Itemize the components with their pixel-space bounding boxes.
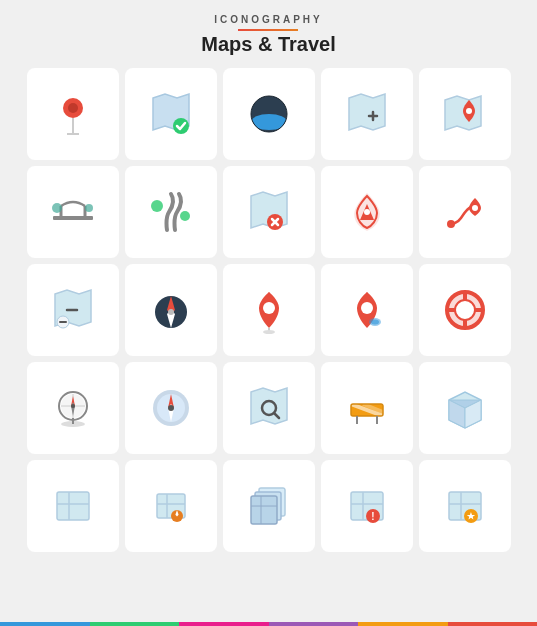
header: ICONOGRAPHY Maps & Travel bbox=[201, 0, 336, 64]
svg-point-28 bbox=[447, 220, 455, 228]
header-line bbox=[238, 29, 298, 31]
icon-card-compass[interactable] bbox=[27, 362, 119, 454]
icon-card-map-check[interactable] bbox=[125, 68, 217, 160]
icon-grid: ! bbox=[17, 64, 521, 556]
svg-marker-13 bbox=[445, 96, 481, 130]
bottom-lines bbox=[0, 622, 537, 626]
bottom-line-red bbox=[448, 622, 538, 626]
bottom-line-blue bbox=[0, 622, 90, 626]
bottom-line-orange bbox=[358, 622, 448, 626]
icon-card-roadblock[interactable] bbox=[321, 362, 413, 454]
svg-point-43 bbox=[371, 320, 379, 325]
icon-card-compass-arrow[interactable] bbox=[125, 264, 217, 356]
svg-point-38 bbox=[263, 302, 275, 314]
icon-card-pin-water[interactable] bbox=[321, 264, 413, 356]
icon-card-pin-location[interactable] bbox=[223, 264, 315, 356]
icon-card-pin[interactable] bbox=[27, 68, 119, 160]
svg-rect-79 bbox=[57, 492, 89, 520]
svg-marker-10 bbox=[349, 94, 385, 130]
icon-card-route[interactable] bbox=[419, 166, 511, 258]
svg-point-40 bbox=[263, 330, 275, 334]
icon-card-location-area[interactable] bbox=[321, 166, 413, 258]
icon-card-map-layer[interactable] bbox=[223, 460, 315, 552]
icon-card-lifebuoy[interactable] bbox=[419, 264, 511, 356]
svg-point-21 bbox=[180, 211, 190, 221]
bottom-line-green bbox=[90, 622, 180, 626]
icon-card-map-star[interactable] bbox=[419, 460, 511, 552]
svg-text:!: ! bbox=[371, 511, 374, 522]
svg-point-7 bbox=[251, 114, 287, 130]
icon-card-compass2[interactable] bbox=[125, 362, 217, 454]
svg-point-41 bbox=[361, 302, 373, 314]
svg-point-29 bbox=[472, 205, 478, 211]
icon-card-map-pin2[interactable] bbox=[125, 460, 217, 552]
svg-point-27 bbox=[364, 209, 370, 215]
svg-rect-15 bbox=[53, 216, 93, 220]
svg-point-3 bbox=[68, 103, 78, 113]
icon-card-map-3d[interactable] bbox=[419, 362, 511, 454]
svg-point-59 bbox=[71, 404, 75, 408]
icon-card-map-alert[interactable]: ! bbox=[321, 460, 413, 552]
svg-rect-89 bbox=[251, 496, 277, 524]
svg-point-14 bbox=[466, 108, 472, 114]
icon-card-map-folded[interactable] bbox=[27, 460, 119, 552]
bottom-line-pink bbox=[179, 622, 269, 626]
icon-card-map-cross[interactable] bbox=[223, 166, 315, 258]
icon-card-road[interactable] bbox=[125, 166, 217, 258]
icon-card-map-pin[interactable] bbox=[419, 68, 511, 160]
icon-card-globe[interactable] bbox=[223, 68, 315, 160]
bottom-line-purple bbox=[269, 622, 359, 626]
svg-point-18 bbox=[52, 203, 62, 213]
header-sub: ICONOGRAPHY bbox=[201, 14, 336, 25]
svg-point-65 bbox=[168, 405, 174, 411]
svg-point-20 bbox=[151, 200, 163, 212]
icon-card-bridge[interactable] bbox=[27, 166, 119, 258]
icon-card-map-minus[interactable] bbox=[27, 264, 119, 356]
icon-card-map-plus[interactable] bbox=[321, 68, 413, 160]
icon-card-map-search[interactable] bbox=[223, 362, 315, 454]
header-title: Maps & Travel bbox=[201, 33, 336, 56]
svg-point-19 bbox=[85, 204, 93, 212]
svg-point-37 bbox=[168, 309, 174, 315]
svg-marker-66 bbox=[251, 388, 287, 424]
